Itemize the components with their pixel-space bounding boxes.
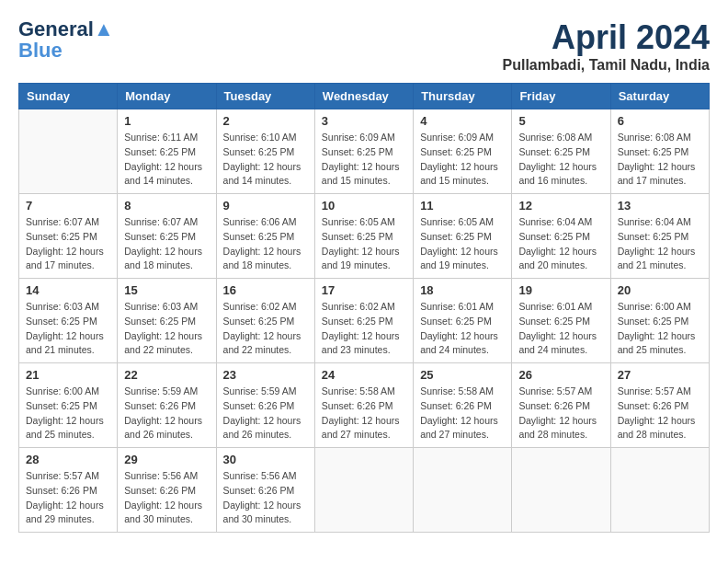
calendar-cell: 8Sunrise: 6:07 AMSunset: 6:25 PMDaylight… <box>118 194 216 279</box>
day-number: 26 <box>518 368 603 382</box>
calendar-cell: 27Sunrise: 5:57 AMSunset: 6:26 PMDayligh… <box>610 363 709 448</box>
calendar-cell: 13Sunrise: 6:04 AMSunset: 6:25 PMDayligh… <box>610 194 709 279</box>
day-number: 2 <box>223 114 308 128</box>
day-number: 11 <box>420 199 505 213</box>
day-number: 16 <box>223 283 308 297</box>
day-info: Sunrise: 6:09 AMSunset: 6:25 PMDaylight:… <box>322 131 406 189</box>
day-number: 6 <box>618 114 702 128</box>
day-number: 23 <box>223 368 308 382</box>
calendar-cell: 2Sunrise: 6:10 AMSunset: 6:25 PMDaylight… <box>216 109 314 194</box>
weekday-header-thursday: Thursday <box>414 84 512 109</box>
day-number: 13 <box>618 199 702 213</box>
calendar-cell: 14Sunrise: 6:03 AMSunset: 6:25 PMDayligh… <box>19 279 118 363</box>
weekday-header-tuesday: Tuesday <box>216 84 314 109</box>
day-info: Sunrise: 6:05 AMSunset: 6:25 PMDaylight:… <box>322 215 406 273</box>
calendar-cell: 29Sunrise: 5:56 AMSunset: 6:26 PMDayligh… <box>118 448 216 533</box>
day-number: 29 <box>124 453 209 466</box>
day-number: 12 <box>518 199 603 213</box>
calendar-cell: 17Sunrise: 6:02 AMSunset: 6:25 PMDayligh… <box>314 279 413 363</box>
calendar-cell <box>314 448 413 533</box>
day-info: Sunrise: 6:08 AMSunset: 6:25 PMDaylight:… <box>618 131 702 189</box>
day-number: 25 <box>420 368 505 382</box>
calendar-cell: 11Sunrise: 6:05 AMSunset: 6:25 PMDayligh… <box>414 194 512 279</box>
calendar-cell <box>414 448 512 533</box>
calendar-cell: 26Sunrise: 5:57 AMSunset: 6:26 PMDayligh… <box>512 363 610 448</box>
calendar-cell: 22Sunrise: 5:59 AMSunset: 6:26 PMDayligh… <box>118 363 216 448</box>
day-number: 27 <box>618 368 702 382</box>
calendar-cell: 9Sunrise: 6:06 AMSunset: 6:25 PMDaylight… <box>216 194 314 279</box>
calendar-cell: 7Sunrise: 6:07 AMSunset: 6:25 PMDaylight… <box>19 194 118 279</box>
day-info: Sunrise: 5:58 AMSunset: 6:26 PMDaylight:… <box>322 385 406 442</box>
calendar-cell: 30Sunrise: 5:56 AMSunset: 6:26 PMDayligh… <box>216 448 314 533</box>
day-info: Sunrise: 6:05 AMSunset: 6:25 PMDaylight:… <box>420 215 505 273</box>
day-number: 15 <box>124 283 209 297</box>
title-area: April 2024 Pullambadi, Tamil Nadu, India <box>502 18 710 74</box>
calendar-cell: 19Sunrise: 6:01 AMSunset: 6:25 PMDayligh… <box>512 279 610 363</box>
calendar-cell: 6Sunrise: 6:08 AMSunset: 6:25 PMDaylight… <box>610 109 709 194</box>
day-info: Sunrise: 6:02 AMSunset: 6:25 PMDaylight:… <box>322 300 406 358</box>
location: Pullambadi, Tamil Nadu, India <box>502 57 710 74</box>
day-info: Sunrise: 6:11 AMSunset: 6:25 PMDaylight:… <box>124 131 209 189</box>
calendar-cell: 24Sunrise: 5:58 AMSunset: 6:26 PMDayligh… <box>314 363 413 448</box>
day-info: Sunrise: 6:00 AMSunset: 6:25 PMDaylight:… <box>26 385 110 442</box>
weekday-header-row: SundayMondayTuesdayWednesdayThursdayFrid… <box>19 84 710 109</box>
day-number: 28 <box>26 453 110 466</box>
day-info: Sunrise: 6:01 AMSunset: 6:25 PMDaylight:… <box>420 300 505 358</box>
day-info: Sunrise: 5:59 AMSunset: 6:26 PMDaylight:… <box>124 385 209 442</box>
day-number: 5 <box>518 114 603 128</box>
calendar-week-row: 28Sunrise: 5:57 AMSunset: 6:26 PMDayligh… <box>19 448 710 533</box>
logo: General▲ Blue <box>18 18 114 61</box>
day-info: Sunrise: 6:08 AMSunset: 6:25 PMDaylight:… <box>518 131 603 189</box>
day-number: 30 <box>223 453 308 466</box>
day-info: Sunrise: 6:07 AMSunset: 6:25 PMDaylight:… <box>26 215 110 273</box>
day-info: Sunrise: 5:59 AMSunset: 6:26 PMDaylight:… <box>223 385 308 442</box>
day-number: 21 <box>26 368 110 382</box>
day-info: Sunrise: 6:03 AMSunset: 6:25 PMDaylight:… <box>26 300 110 358</box>
calendar-cell <box>610 448 709 533</box>
day-info: Sunrise: 6:09 AMSunset: 6:25 PMDaylight:… <box>420 131 505 189</box>
weekday-header-wednesday: Wednesday <box>314 84 413 109</box>
weekday-header-saturday: Saturday <box>610 84 709 109</box>
weekday-header-sunday: Sunday <box>19 84 118 109</box>
calendar-cell: 25Sunrise: 5:58 AMSunset: 6:26 PMDayligh… <box>414 363 512 448</box>
calendar-table: SundayMondayTuesdayWednesdayThursdayFrid… <box>18 83 710 533</box>
day-number: 17 <box>322 283 406 297</box>
day-info: Sunrise: 5:58 AMSunset: 6:26 PMDaylight:… <box>420 385 505 442</box>
calendar-week-row: 14Sunrise: 6:03 AMSunset: 6:25 PMDayligh… <box>19 279 710 363</box>
calendar-cell: 5Sunrise: 6:08 AMSunset: 6:25 PMDaylight… <box>512 109 610 194</box>
calendar-cell: 10Sunrise: 6:05 AMSunset: 6:25 PMDayligh… <box>314 194 413 279</box>
day-number: 10 <box>322 199 406 213</box>
day-info: Sunrise: 6:03 AMSunset: 6:25 PMDaylight:… <box>124 300 209 358</box>
day-info: Sunrise: 5:57 AMSunset: 6:26 PMDaylight:… <box>518 385 603 442</box>
day-info: Sunrise: 5:57 AMSunset: 6:26 PMDaylight:… <box>26 469 110 527</box>
day-number: 7 <box>26 199 110 213</box>
calendar-cell: 21Sunrise: 6:00 AMSunset: 6:25 PMDayligh… <box>19 363 118 448</box>
logo-text: General▲ <box>18 18 114 40</box>
day-number: 22 <box>124 368 209 382</box>
calendar-cell: 1Sunrise: 6:11 AMSunset: 6:25 PMDaylight… <box>118 109 216 194</box>
calendar-cell: 28Sunrise: 5:57 AMSunset: 6:26 PMDayligh… <box>19 448 118 533</box>
day-number: 1 <box>124 114 209 128</box>
day-info: Sunrise: 5:56 AMSunset: 6:26 PMDaylight:… <box>124 469 209 527</box>
weekday-header-friday: Friday <box>512 84 610 109</box>
calendar-cell: 3Sunrise: 6:09 AMSunset: 6:25 PMDaylight… <box>314 109 413 194</box>
weekday-header-monday: Monday <box>118 84 216 109</box>
day-number: 3 <box>322 114 406 128</box>
month-title: April 2024 <box>502 18 710 57</box>
day-info: Sunrise: 5:56 AMSunset: 6:26 PMDaylight:… <box>223 469 308 527</box>
calendar-week-row: 1Sunrise: 6:11 AMSunset: 6:25 PMDaylight… <box>19 109 710 194</box>
calendar-cell <box>512 448 610 533</box>
day-number: 24 <box>322 368 406 382</box>
logo-subtext: Blue <box>18 40 114 61</box>
calendar-cell: 20Sunrise: 6:00 AMSunset: 6:25 PMDayligh… <box>610 279 709 363</box>
day-number: 8 <box>124 199 209 213</box>
calendar-week-row: 21Sunrise: 6:00 AMSunset: 6:25 PMDayligh… <box>19 363 710 448</box>
day-number: 18 <box>420 283 505 297</box>
calendar-cell: 12Sunrise: 6:04 AMSunset: 6:25 PMDayligh… <box>512 194 610 279</box>
day-info: Sunrise: 6:04 AMSunset: 6:25 PMDaylight:… <box>518 215 603 273</box>
day-info: Sunrise: 6:00 AMSunset: 6:25 PMDaylight:… <box>618 300 702 358</box>
day-info: Sunrise: 6:06 AMSunset: 6:25 PMDaylight:… <box>223 215 308 273</box>
day-info: Sunrise: 6:04 AMSunset: 6:25 PMDaylight:… <box>618 215 702 273</box>
calendar-cell: 15Sunrise: 6:03 AMSunset: 6:25 PMDayligh… <box>118 279 216 363</box>
day-number: 20 <box>618 283 702 297</box>
